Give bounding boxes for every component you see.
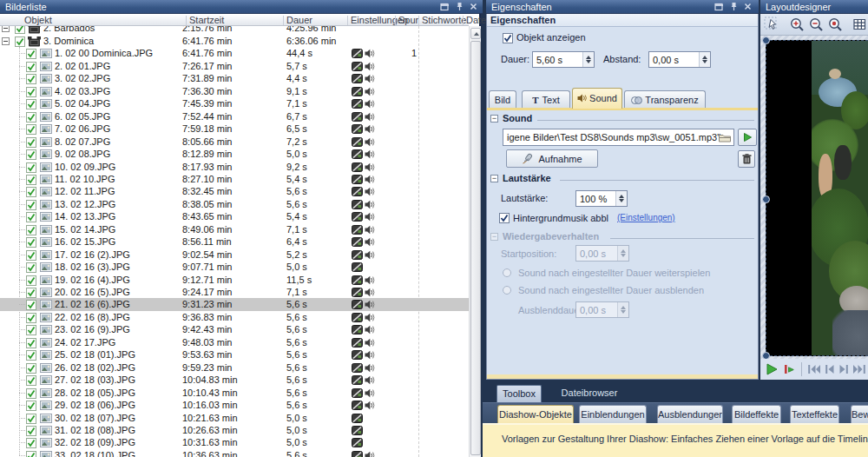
transition-settings-icon[interactable] bbox=[352, 237, 363, 247]
list-item-row[interactable]: 10. 02 09.JPG8:17.93 min9,2 s bbox=[0, 161, 469, 173]
float-window-icon[interactable] bbox=[440, 3, 450, 11]
list-item-row[interactable]: 25. 02 18 (01).JPG9:53.63 min5,6 s bbox=[0, 348, 469, 361]
scrollbar-thumb[interactable] bbox=[470, 41, 481, 455]
tab-sound[interactable]: Sound bbox=[572, 88, 622, 109]
grid-icon[interactable] bbox=[852, 17, 868, 31]
transition-settings-icon[interactable] bbox=[352, 363, 363, 373]
transition-settings-icon[interactable] bbox=[352, 451, 363, 457]
transition-settings-icon[interactable] bbox=[352, 275, 363, 285]
slide-canvas[interactable] bbox=[766, 40, 868, 356]
partially-visible-row[interactable]: 2. Barbados2:15.76 min4:25.96 min bbox=[0, 26, 469, 35]
transition-settings-icon[interactable] bbox=[352, 388, 363, 398]
sound-settings-icon[interactable] bbox=[365, 175, 375, 184]
list-item-row[interactable]: 30. 02 18 (07).JPG10:21.63 min5,0 s bbox=[0, 412, 469, 424]
sound-settings-icon[interactable] bbox=[365, 401, 375, 410]
aufnahme-button[interactable]: Aufnahme bbox=[506, 149, 598, 168]
list-item-row[interactable]: 12. 02 11.JPG8:32.45 min5,6 s bbox=[0, 185, 469, 197]
collapse-expander-icon[interactable] bbox=[2, 37, 10, 45]
checked-checkbox-icon[interactable] bbox=[26, 250, 36, 261]
col-spur[interactable]: Spur bbox=[398, 15, 418, 26]
col-objekt[interactable]: Objekt bbox=[24, 15, 52, 26]
checked-checkbox-icon[interactable] bbox=[26, 149, 36, 160]
einstellungen-icons[interactable] bbox=[352, 451, 375, 457]
transition-settings-icon[interactable] bbox=[352, 288, 363, 297]
list-scrollbar[interactable] bbox=[469, 26, 481, 457]
scroll-up-button[interactable] bbox=[470, 28, 481, 39]
checked-checkbox-icon[interactable] bbox=[26, 187, 36, 197]
close-icon[interactable] bbox=[470, 3, 477, 10]
checked-checkbox-icon[interactable] bbox=[26, 375, 36, 386]
list-item-row[interactable]: 20. 02 16 (5).JPG9:24.17 min7,1 s bbox=[0, 286, 469, 298]
checked-checkbox-icon[interactable] bbox=[26, 325, 36, 335]
tab-bild[interactable]: Bild bbox=[489, 90, 516, 109]
transition-settings-icon[interactable] bbox=[352, 49, 363, 58]
tab-dateibrowser[interactable]: Dateibrowser bbox=[552, 385, 627, 402]
list-item-row[interactable]: 5. 02 04.JPG7:45.39 min7,1 s bbox=[0, 97, 469, 109]
list-item-row[interactable]: 6. 02 05.JPG7:52.44 min6,7 s bbox=[0, 110, 469, 123]
subtab-bildeffekte[interactable]: Bildeffekte bbox=[732, 405, 781, 424]
select-cursor-icon[interactable] bbox=[764, 17, 780, 33]
list-item-row[interactable]: 33. 02 18 (10).JPG10:36.63 min5,6 s bbox=[0, 449, 469, 457]
transition-settings-icon[interactable] bbox=[352, 225, 363, 235]
list-column-header[interactable]: Objekt Startzeit Dauer Einstellungen Spu… bbox=[0, 15, 469, 26]
transition-settings-icon[interactable] bbox=[352, 325, 363, 334]
checked-checkbox-icon[interactable] bbox=[26, 74, 36, 84]
dauer-spinner[interactable]: 5,60 s bbox=[532, 51, 595, 68]
sound-settings-icon[interactable] bbox=[365, 62, 375, 71]
list-item-row[interactable]: 27. 02 18 (03).JPG10:04.83 min5,6 s bbox=[0, 374, 469, 386]
sound-settings-icon[interactable] bbox=[365, 451, 375, 457]
transition-settings-icon[interactable] bbox=[352, 426, 363, 435]
checked-checkbox-icon[interactable] bbox=[26, 262, 36, 273]
transition-settings-icon[interactable] bbox=[352, 300, 363, 309]
sound-settings-icon[interactable] bbox=[365, 375, 375, 385]
list-item-row[interactable]: 24. 02 17.JPG9:48.03 min5,6 s bbox=[0, 336, 469, 348]
einstellungen-link[interactable]: (Einstellungen) bbox=[617, 213, 675, 222]
col-stichworte[interactable]: Stichworte bbox=[422, 15, 466, 26]
zoom-reset-icon[interactable] bbox=[827, 17, 844, 32]
prev-frame-icon[interactable] bbox=[825, 364, 835, 374]
canvas-handle-top-left[interactable] bbox=[762, 36, 770, 44]
list-item-row[interactable]: 4. 02 03.JPG7:36.30 min9,1 s bbox=[0, 85, 469, 97]
sound-section-header[interactable]: −Sound bbox=[487, 113, 758, 125]
list-item-row[interactable]: 13. 02 12.JPG8:38.05 min5,6 s bbox=[0, 198, 469, 210]
sound-settings-icon[interactable] bbox=[365, 250, 375, 260]
objekt-anzeigen-checkbox[interactable] bbox=[503, 33, 513, 43]
col-startzeit[interactable]: Startzeit bbox=[189, 15, 224, 26]
close-icon[interactable] bbox=[744, 3, 752, 10]
checked-checkbox-icon[interactable] bbox=[15, 26, 25, 34]
transition-settings-icon[interactable] bbox=[352, 112, 363, 122]
hintergrundmusik-checkbox[interactable] bbox=[499, 213, 510, 223]
subtab-einblendungen[interactable]: Einblendungen bbox=[579, 405, 647, 424]
transition-settings-icon[interactable] bbox=[352, 414, 363, 423]
checked-checkbox-icon[interactable] bbox=[26, 162, 36, 173]
col-datei[interactable]: Datei bbox=[466, 15, 489, 26]
list-item-row[interactable]: 8. 02 07.JPG8:05.66 min7,2 s bbox=[0, 136, 469, 148]
pin-icon[interactable] bbox=[730, 2, 738, 11]
transition-settings-icon[interactable] bbox=[352, 338, 363, 348]
browse-folder-icon[interactable] bbox=[719, 133, 731, 142]
skip-end-icon[interactable] bbox=[852, 364, 866, 374]
skip-start-icon[interactable] bbox=[807, 364, 821, 374]
tab-toolbox[interactable]: Toolbox bbox=[496, 385, 542, 402]
list-item-row[interactable]: 19. 02 16 (4).JPG9:12.71 min11,5 s bbox=[0, 274, 469, 286]
sound-settings-icon[interactable] bbox=[365, 187, 375, 196]
col-dauer[interactable]: Dauer bbox=[286, 15, 312, 26]
list-item-row[interactable]: 18. 02 16 (3).JPG9:07.71 min5,0 s bbox=[0, 261, 469, 273]
float-window-icon[interactable] bbox=[714, 3, 724, 11]
checked-checkbox-icon[interactable] bbox=[26, 212, 36, 222]
transition-settings-icon[interactable] bbox=[352, 350, 363, 360]
play-sound-button[interactable] bbox=[738, 129, 757, 146]
sound-settings-icon[interactable] bbox=[365, 212, 375, 222]
tab-text[interactable]: TText bbox=[522, 90, 570, 109]
abstand-spinner[interactable]: 0,00 s bbox=[648, 51, 711, 68]
zoom-in-icon[interactable] bbox=[789, 17, 806, 32]
transition-settings-icon[interactable] bbox=[352, 375, 363, 385]
play-from-here-icon[interactable] bbox=[783, 363, 796, 375]
sound-settings-icon[interactable] bbox=[365, 338, 375, 348]
sound-settings-icon[interactable] bbox=[365, 49, 375, 58]
list-item-row[interactable]: 9. 02 08.JPG8:12.89 min5,0 s bbox=[0, 148, 469, 160]
sound-settings-icon[interactable] bbox=[365, 124, 375, 134]
list-item-row[interactable]: 28. 02 18 (05).JPG10:10.43 min5,6 s bbox=[0, 387, 469, 399]
transition-settings-icon[interactable] bbox=[352, 124, 363, 134]
subtab-ausblendungen[interactable]: Ausblendungen bbox=[657, 405, 723, 424]
